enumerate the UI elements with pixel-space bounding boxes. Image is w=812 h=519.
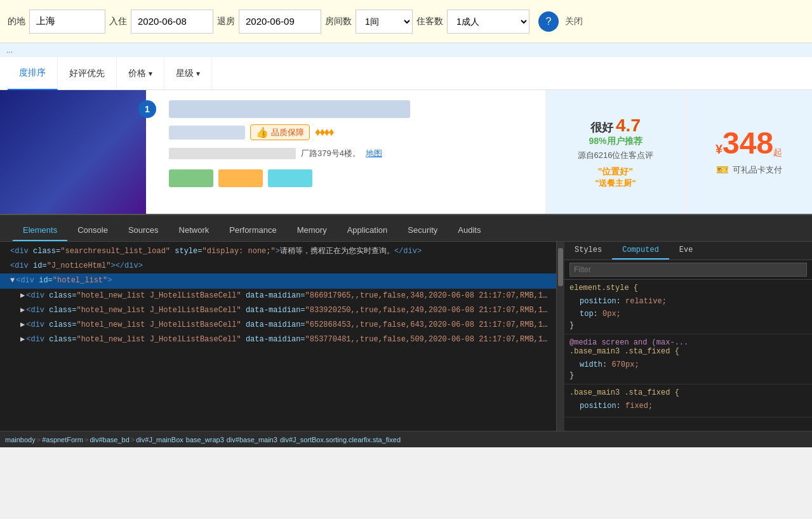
rating-recommend: 98%用户推荐 [589, 136, 642, 147]
breadcrumb-basewrap3[interactable]: base_wrap3 [186, 436, 224, 443]
expand-icon[interactable]: ▶ [20, 320, 25, 329]
filter-stars[interactable]: 星级 ▾ [164, 57, 212, 90]
action-btn-2[interactable] [218, 169, 263, 187]
styles-filter-input[interactable] [569, 263, 807, 277]
hotel-details: 1 👍 品质保障 ♦♦♦♦ 厂路379号4楼。 地图 [146, 90, 545, 214]
rating-count: 源自6216位住客点评 [578, 150, 654, 161]
address-blur [169, 148, 296, 159]
dom-line-hotel-3: ▶<div class="hotel_new_list J_HotelListB… [0, 318, 556, 332]
address-text: 厂路379号4楼。 [301, 148, 361, 159]
tab-security[interactable]: Security [397, 220, 448, 241]
styles-rule: position: relative; [569, 295, 807, 308]
tab-elements[interactable]: Elements [13, 220, 67, 241]
rooms-select[interactable]: 1间 [356, 10, 413, 34]
dom-line-hotel-2: ▶<div class="hotel_new_list J_HotelListB… [0, 303, 556, 318]
styles-tab-event[interactable]: Eve [669, 242, 703, 260]
hotel-name-row [169, 100, 538, 118]
action-btn-3[interactable] [268, 169, 312, 187]
breadcrumb-mainbox[interactable]: div#J_mainBox [136, 436, 183, 443]
devtools-panel: Elements Console Sources Network Perform… [0, 214, 812, 447]
devtools-tabs: Elements Console Sources Network Perform… [0, 215, 812, 242]
styles-rule: position: fixed; [569, 400, 807, 412]
rooms-label: 房间数 [325, 16, 352, 27]
filter-sort-default[interactable]: 度排序 [8, 57, 58, 90]
hotel-rank-badge: 1 [138, 100, 156, 118]
expand-icon[interactable]: ▶ [20, 306, 25, 315]
styles-tab-styles[interactable]: Styles [564, 242, 612, 260]
breadcrumb-sortbox[interactable]: div#J_sortBox.sorting.clearfix.sta_fixed [280, 436, 401, 443]
hotel-image [0, 90, 146, 214]
scrollbar-thumb[interactable] [558, 248, 563, 286]
styles-tab-computed[interactable]: Computed [612, 242, 669, 260]
styles-selector-fixed: .base_main3 .sta_fixed { [569, 388, 807, 397]
destination-input[interactable] [29, 10, 105, 34]
styles-section-element: element.style { position: relative; top:… [564, 280, 812, 334]
styles-section-fixed: .base_main3 .sta_fixed { position: fixed… [564, 384, 812, 417]
styles-media-query: @media screen and (max-... [569, 338, 807, 347]
price-number: 348 [722, 128, 773, 159]
rating-score: 4.7 [616, 115, 641, 136]
dom-line-hotel-list: ▼<div id="hotel_list"> [0, 273, 556, 288]
price-suffix: 起 [773, 147, 782, 159]
dom-line-hotel-4: ▶<div class="hotel_new_list J_HotelListB… [0, 332, 556, 347]
price-display: ¥ 348 起 [715, 128, 782, 159]
price-dropdown-icon: ▾ [149, 69, 152, 78]
breadcrumb-basemain3[interactable]: div#base_main3 [227, 436, 277, 443]
dom-scrollbar[interactable] [557, 242, 564, 431]
expand-icon[interactable]: ▼ [10, 276, 15, 285]
tab-audits[interactable]: Audits [448, 220, 491, 241]
tab-application[interactable]: Application [337, 220, 398, 241]
dom-line: <div id="J_noticeHtml"></div> [0, 259, 556, 273]
devtools-body: <div class="searchresult_list_load" styl… [0, 242, 812, 431]
tab-network[interactable]: Network [169, 220, 220, 241]
dom-line-hotel-1: ▶<div class="hotel_new_list J_HotelListB… [0, 289, 556, 303]
filter-bar: 度排序 好评优先 价格 ▾ 星级 ▾ [0, 57, 812, 90]
hotel-address-row: 厂路379号4楼。 地图 [169, 148, 538, 159]
checkout-label: 退房 [217, 16, 235, 27]
map-link[interactable]: 地图 [366, 148, 382, 159]
breadcrumb-aspnetform[interactable]: #aspnetForm [42, 436, 83, 443]
dom-panel[interactable]: <div class="searchresult_list_load" styl… [0, 242, 557, 431]
expand-icon[interactable]: ▶ [20, 291, 25, 300]
styles-filter [564, 260, 812, 280]
hotel-rating-column: 很好 4.7 98%用户推荐 源自6216位住客点评 "位置好" "送餐主厨" [545, 90, 685, 214]
checkin-label: 入住 [109, 16, 127, 27]
gift-card-info: 🎫 可礼品卡支付 [716, 164, 782, 176]
filter-price[interactable]: 价格 ▾ [117, 57, 164, 90]
expand-icon[interactable]: ▶ [20, 335, 25, 344]
rating-display: 很好 4.7 [590, 115, 641, 136]
guests-select[interactable]: 1成人 [447, 10, 529, 34]
styles-panel: Styles Computed Eve element.style { posi… [564, 242, 812, 431]
styles-rule: width: 670px; [569, 358, 807, 371]
tab-sources[interactable]: Sources [118, 220, 169, 241]
quality-badge: 👍 品质保障 [250, 124, 310, 140]
action-btn-1[interactable] [169, 169, 213, 187]
hotel-name-blur [169, 100, 410, 118]
close-button[interactable]: 关闭 [565, 16, 583, 27]
tab-console[interactable]: Console [67, 220, 118, 241]
location-tag: "位置好" [598, 166, 633, 178]
price-currency: ¥ [715, 142, 722, 157]
styles-tabs: Styles Computed Eve [564, 242, 812, 260]
help-button[interactable]: ? [538, 11, 559, 32]
filter-best-review[interactable]: 好评优先 [58, 57, 117, 90]
hotel-sub-name-blur [169, 126, 245, 140]
tab-memory[interactable]: Memory [287, 220, 337, 241]
breadcrumb-mainbody[interactable]: mainbody [5, 436, 36, 443]
hotel-action-btns [169, 169, 538, 187]
tab-performance[interactable]: Performance [219, 220, 286, 241]
dom-line: <div class="searchresult_list_load" styl… [0, 244, 556, 259]
styles-brace: } [569, 321, 807, 330]
checkin-input[interactable] [131, 10, 213, 34]
hotel-badges-row: 👍 品质保障 ♦♦♦♦ [169, 124, 538, 140]
rating-label: 很好 [590, 120, 613, 135]
breadcrumb-base-bd[interactable]: div#base_bd [90, 436, 129, 443]
styles-selector-media: .base_main3 .sta_fixed { [569, 347, 807, 356]
hotel-result-area: 1 👍 品质保障 ♦♦♦♦ 厂路379号4楼。 地图 很好 4.7 [0, 90, 812, 214]
destination-label: 的地 [8, 16, 25, 27]
checkout-input[interactable] [239, 10, 321, 34]
breadcrumb-bar: mainbody > #aspnetForm > div#base_bd > d… [0, 431, 812, 447]
search-bar: 的地 入住 退房 房间数 1间 住客数 1成人 ? 关闭 [0, 0, 812, 43]
styles-brace: } [569, 371, 807, 380]
gift-icon: 🎫 [716, 164, 729, 176]
